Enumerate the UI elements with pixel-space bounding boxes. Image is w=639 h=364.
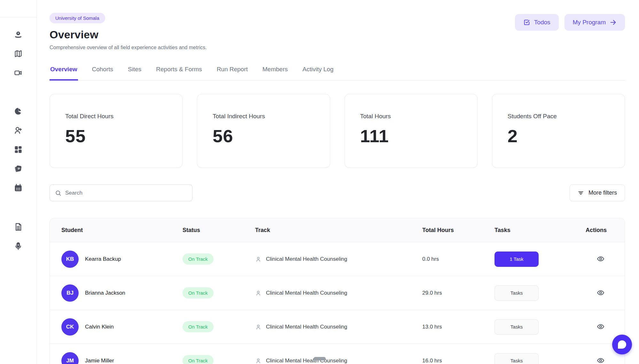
stat-label: Students Off Pace	[508, 113, 609, 120]
dashboard-grid-icon[interactable]	[13, 145, 23, 154]
tab-bar: Overview Cohorts Sites Reports & Forms R…	[50, 63, 625, 81]
pie-chart-icon[interactable]	[13, 106, 23, 116]
page-subtitle: Comprehensive overview of all field expe…	[50, 45, 625, 50]
student-name: Kearra Backup	[85, 256, 121, 262]
tab-members[interactable]: Members	[262, 63, 288, 80]
table-row: KB Kearra Backup On Track Clinical Menta…	[50, 242, 625, 276]
user-plus-icon[interactable]	[13, 126, 23, 135]
org-badge[interactable]: University of Somala	[50, 13, 105, 23]
col-header-actions: Actions	[584, 227, 625, 234]
eye-icon	[597, 357, 604, 364]
stat-value: 2	[508, 126, 609, 146]
person-icon	[255, 324, 261, 330]
arrow-right-icon	[610, 19, 617, 26]
avatar: KB	[61, 251, 79, 268]
students-table: Student Status Track Total Hours Tasks A…	[50, 218, 625, 364]
avatar: BJ	[61, 284, 79, 302]
stat-cards: Total Direct Hours 55 Total Indirect Hou…	[50, 94, 625, 168]
map-icon[interactable]	[13, 49, 23, 58]
student-name: Jamie Miller	[85, 358, 114, 364]
view-student-button[interactable]	[596, 323, 605, 331]
document-icon[interactable]	[13, 222, 23, 232]
more-filters-button[interactable]: More filters	[570, 184, 625, 201]
main-content: Todos My Program University of Somala Ov…	[37, 0, 639, 364]
search-input[interactable]	[65, 190, 187, 196]
todos-checkbox-icon	[523, 19, 530, 26]
col-header-status: Status	[183, 227, 255, 234]
avatar: JM	[61, 352, 79, 364]
tasks-button[interactable]: Tasks	[495, 285, 539, 301]
eye-icon	[597, 289, 604, 297]
sidebar	[0, 0, 37, 364]
status-badge: On Track	[183, 253, 214, 265]
todos-button-label: Todos	[534, 19, 550, 26]
student-name: Brianna Jackson	[85, 290, 125, 296]
stat-card-total-indirect-hours: Total Indirect Hours 56	[197, 94, 330, 168]
col-header-tasks: Tasks	[495, 227, 584, 234]
stat-value: 111	[360, 126, 462, 146]
view-student-button[interactable]	[596, 357, 605, 364]
tab-reports-forms[interactable]: Reports & Forms	[155, 63, 203, 80]
tab-run-report[interactable]: Run Report	[216, 63, 248, 80]
total-hours: 0.0 hrs	[422, 256, 495, 262]
tab-sites[interactable]: Sites	[127, 63, 142, 80]
search-input-wrapper	[50, 184, 192, 201]
tab-cohorts[interactable]: Cohorts	[91, 63, 114, 80]
stat-value: 55	[65, 126, 167, 146]
view-student-button[interactable]	[596, 289, 605, 297]
tasks-button[interactable]: Tasks	[495, 353, 539, 364]
tab-activity-log[interactable]: Activity Log	[302, 63, 334, 80]
stat-card-total-hours: Total Hours 111	[345, 94, 478, 168]
eye-icon	[597, 255, 604, 263]
stat-card-students-off-pace: Students Off Pace 2	[492, 94, 625, 168]
notes-stack-icon[interactable]	[13, 164, 23, 174]
total-hours: 29.0 hrs	[422, 290, 495, 296]
calendar-icon[interactable]	[13, 183, 23, 193]
tasks-button[interactable]: 1 Task	[495, 252, 539, 267]
todos-button[interactable]: Todos	[515, 14, 559, 31]
person-icon	[255, 358, 261, 364]
table-header-row: Student Status Track Total Hours Tasks A…	[50, 218, 625, 242]
tab-overview[interactable]: Overview	[50, 63, 78, 81]
col-header-track: Track	[255, 227, 422, 234]
sidebar-header	[0, 0, 36, 18]
filter-icon	[578, 190, 584, 196]
track-name: Clinical Mental Health Counseling	[266, 290, 347, 296]
student-name: Calvin Klein	[85, 324, 114, 330]
tasks-button[interactable]: Tasks	[495, 319, 539, 335]
location-pin-icon[interactable]	[13, 30, 23, 39]
microphone-icon[interactable]	[13, 241, 23, 251]
person-icon	[255, 256, 261, 262]
track-name: Clinical Mental Health Counseling	[266, 358, 347, 364]
col-header-student: Student	[61, 227, 183, 234]
table-row: JM Jamie Miller On Track Clinical Mental…	[50, 344, 625, 364]
stat-label: Total Direct Hours	[65, 113, 167, 120]
stat-card-total-direct-hours: Total Direct Hours 55	[50, 94, 183, 168]
avatar: CK	[61, 318, 79, 336]
status-badge: On Track	[183, 355, 214, 364]
status-badge: On Track	[183, 321, 214, 332]
total-hours: 16.0 hrs	[422, 358, 495, 364]
track-name: Clinical Mental Health Counseling	[266, 324, 347, 330]
table-row: CK Calvin Klein On Track Clinical Mental…	[50, 310, 625, 344]
search-icon	[55, 190, 61, 196]
more-filters-label: More filters	[588, 190, 617, 196]
col-header-total-hours: Total Hours	[422, 227, 495, 234]
stat-value: 56	[213, 126, 314, 146]
stat-label: Total Hours	[360, 113, 462, 120]
my-program-button[interactable]: My Program	[565, 14, 625, 31]
eye-icon	[597, 323, 604, 330]
view-student-button[interactable]	[596, 255, 605, 263]
chat-bubble-icon	[618, 340, 626, 349]
status-badge: On Track	[183, 287, 214, 298]
table-row: BJ Brianna Jackson On Track Clinical Men…	[50, 276, 625, 310]
person-icon	[255, 290, 261, 296]
my-program-button-label: My Program	[573, 19, 606, 26]
track-name: Clinical Mental Health Counseling	[266, 256, 347, 262]
total-hours: 13.0 hrs	[422, 324, 495, 330]
video-camera-icon[interactable]	[13, 68, 23, 78]
scrollbar-thumb[interactable]	[314, 357, 326, 360]
chat-launcher-button[interactable]	[612, 335, 632, 354]
stat-label: Total Indirect Hours	[213, 113, 314, 120]
